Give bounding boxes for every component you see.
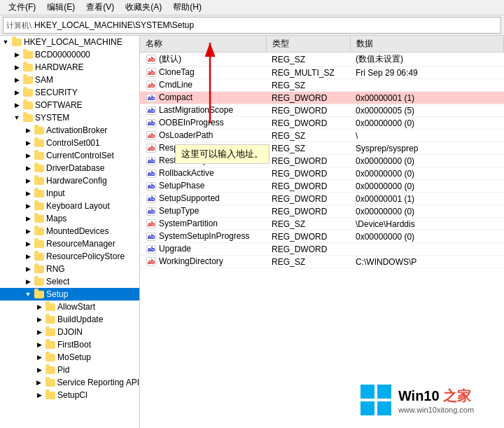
table-row[interactable]: abCloneTag REG_MULTI_SZ Fri Sep 29 06:49	[140, 67, 504, 79]
table-row[interactable]: abRespecializeCmdLine REG_SZ Sysprep/sys…	[140, 142, 504, 155]
tree-expand-icon[interactable]: ▶	[22, 150, 34, 161]
tree-item[interactable]: ▶SECURITY	[0, 86, 139, 99]
tree-expand-icon[interactable]: ▶	[34, 389, 45, 401]
tree-item[interactable]: ▶DriverDatabase	[0, 162, 139, 174]
addressbar-input[interactable]	[34, 20, 498, 30]
tree-expand-icon[interactable]: ▶	[11, 87, 22, 98]
tree-root[interactable]: ▼ HKEY_LOCAL_MACHINE	[0, 36, 139, 48]
reg-icon-ab: ab	[146, 144, 157, 153]
col-name[interactable]: 名称	[140, 36, 266, 53]
table-row[interactable]: abOOBEInProgress REG_DWORD 0x00000000 (0…	[140, 117, 504, 130]
reg-name: (默认)	[159, 54, 181, 64]
table-row[interactable]: ab(默认) REG_SZ (数值未设置)	[140, 53, 504, 67]
table-row[interactable]: abSetupPhase REG_DWORD 0x00000000 (0)	[140, 180, 504, 193]
tree-expand-icon[interactable]: ▶	[22, 251, 34, 262]
cell-type: REG_DWORD	[266, 155, 350, 167]
tree-expand-icon[interactable]: ▶	[22, 188, 34, 199]
table-row[interactable]: abCompact REG_DWORD 0x00000001 (1)	[140, 92, 504, 104]
tree-item[interactable]: ▶BCD00000000	[0, 48, 139, 61]
table-row[interactable]: abUpgrade REG_DWORD	[140, 243, 504, 256]
table-row[interactable]: abRestartSetup REG_DWORD 0x00000000 (0)	[140, 155, 504, 167]
col-type[interactable]: 类型	[266, 36, 350, 53]
tree-item[interactable]: ▶MoSetup	[0, 351, 139, 364]
tree-expand-icon[interactable]: ▶	[34, 326, 45, 338]
tree-item[interactable]: ▶AllowStart	[0, 301, 139, 313]
folder-icon	[34, 188, 45, 198]
tree-item[interactable]: ▼Setup	[0, 288, 139, 301]
tree-expand-icon[interactable]: ▶	[22, 213, 34, 224]
tree-item[interactable]: ▶Pid	[0, 364, 139, 376]
table-row[interactable]: abSetupSupported REG_DWORD 0x00000001 (1…	[140, 193, 504, 205]
tree-item[interactable]: ▶Input	[0, 187, 139, 200]
table-row[interactable]: abSystemPartition REG_SZ \Device\Harddis	[140, 218, 504, 230]
table-row[interactable]: abSystemSetupInProgress REG_DWORD 0x0000…	[140, 230, 504, 243]
tree-expand-icon[interactable]: ▶	[34, 352, 45, 363]
cell-data: 0x00000000 (0)	[350, 180, 504, 193]
reg-icon-dword: ab	[146, 181, 157, 191]
tree-expand-icon[interactable]: ▶	[34, 301, 45, 312]
tree-item[interactable]: ▶RNG	[0, 263, 139, 275]
tree-expand-icon[interactable]: ▶	[22, 137, 34, 149]
tree-item[interactable]: ▶ActivationBroker	[0, 124, 139, 137]
tree-item[interactable]: ▶SetupCl	[0, 389, 139, 401]
tree-item[interactable]: ▶BuildUpdate	[0, 313, 139, 326]
cell-type: REG_MULTI_SZ	[266, 67, 350, 79]
tree-item[interactable]: ▶CurrentControlSet	[0, 149, 139, 162]
menu-view[interactable]: 查看(V)	[80, 0, 120, 15]
tree-item[interactable]: ▶ControlSet001	[0, 137, 139, 149]
col-data[interactable]: 数据	[350, 36, 504, 53]
tree-item[interactable]: ▶Select	[0, 275, 139, 288]
tree-item[interactable]: ▶DJOIN	[0, 326, 139, 338]
tree-expand-icon[interactable]: ▶	[34, 339, 45, 350]
cell-type: REG_DWORD	[266, 180, 350, 193]
tree-item[interactable]: ▶SAM	[0, 74, 139, 86]
tree-item[interactable]: ▶ResourceManager	[0, 237, 139, 250]
tree-expand-icon[interactable]: ▼	[22, 289, 34, 300]
tree-expand-icon[interactable]: ▶	[22, 263, 34, 275]
menu-help[interactable]: 帮助(H)	[167, 0, 207, 15]
tree-expand-icon[interactable]: ▶	[22, 175, 34, 186]
tree-item[interactable]: ▶MountedDevices	[0, 225, 139, 237]
menu-favorites[interactable]: 收藏夹(A)	[120, 0, 167, 15]
tree-expand-icon[interactable]: ▼	[11, 112, 22, 123]
tree-item[interactable]: ▶SOFTWARE	[0, 99, 139, 111]
tree-item-label: ActivationBroker	[46, 125, 107, 135]
table-row[interactable]: abOsLoaderPath REG_SZ \	[140, 130, 504, 142]
menu-file[interactable]: 文件(F)	[3, 0, 41, 15]
tree-expand-icon[interactable]: ▶	[11, 62, 22, 73]
tree-expand-icon[interactable]: ▶	[22, 226, 34, 237]
tree-item[interactable]: ▶HardwareConfig	[0, 174, 139, 187]
tree-expand-icon[interactable]: ▶	[11, 49, 22, 60]
tree-expand-icon[interactable]: ▶	[11, 74, 22, 85]
tree-expand-icon[interactable]: ▶	[22, 125, 34, 136]
tree-expand-icon[interactable]: ▶	[34, 314, 45, 325]
tree-item[interactable]: ▶Service Reporting API	[0, 376, 139, 389]
folder-icon	[34, 289, 45, 299]
tree-item[interactable]: ▶FirstBoot	[0, 338, 139, 351]
data-panel: 名称 类型 数据 ab(默认) REG_SZ (数值未设置) abCloneTa…	[140, 36, 504, 428]
table-row[interactable]: abSetupType REG_DWORD 0x00000000 (0)	[140, 205, 504, 218]
tree-expand-icon[interactable]: ▶	[22, 276, 34, 287]
tree-expand-icon[interactable]: ▶	[22, 200, 34, 212]
tree-item-label: MoSetup	[57, 352, 91, 362]
svg-rect-5	[377, 401, 391, 415]
table-row[interactable]: abWorkingDirectory REG_SZ C:\WINDOWS\P	[140, 256, 504, 268]
table-row[interactable]: abCmdLine REG_SZ	[140, 79, 504, 92]
table-row[interactable]: abLastMigrationScope REG_DWORD 0x0000000…	[140, 104, 504, 117]
tree-expand-icon[interactable]: ▶	[22, 238, 34, 249]
tree-expand-icon[interactable]: ▶	[34, 377, 45, 388]
tree-item[interactable]: ▶Keyboard Layout	[0, 200, 139, 212]
tree-expand-icon[interactable]: ▶	[11, 99, 22, 111]
menu-edit[interactable]: 编辑(E)	[41, 0, 80, 15]
table-row[interactable]: abRollbackActive REG_DWORD 0x00000000 (0…	[140, 167, 504, 180]
tree-item[interactable]: ▶HARDWARE	[0, 61, 139, 74]
tree-expand-icon[interactable]: ▶	[34, 364, 45, 375]
tree-expand-root[interactable]: ▼	[0, 36, 11, 48]
folder-icon	[45, 340, 56, 350]
tree-item-label: RNG	[46, 264, 65, 274]
svg-rect-4	[360, 401, 374, 415]
tree-item[interactable]: ▶Maps	[0, 212, 139, 225]
tree-item[interactable]: ▶ResourcePolicyStore	[0, 250, 139, 263]
tree-expand-icon[interactable]: ▶	[22, 163, 34, 174]
tree-item[interactable]: ▼SYSTEM	[0, 111, 139, 124]
